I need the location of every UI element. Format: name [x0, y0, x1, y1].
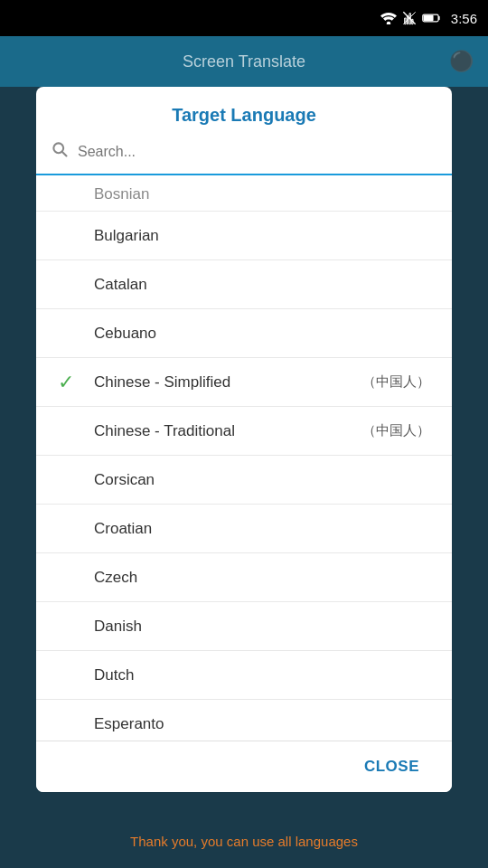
- search-icon: [51, 140, 69, 163]
- list-item[interactable]: Cebuano: [36, 309, 452, 358]
- dialog-overlay: Target Language Bosnian Bulgarian: [0, 0, 488, 868]
- list-item[interactable]: Dutch: [36, 651, 452, 700]
- list-item[interactable]: Chinese - Traditional （中国人）: [36, 407, 452, 456]
- list-item-croatian[interactable]: Croatian: [36, 505, 452, 553]
- dialog-footer: Close: [36, 741, 452, 792]
- list-item[interactable]: Danish: [36, 602, 452, 651]
- list-item[interactable]: Corsican: [36, 456, 452, 505]
- partial-language-item: Bosnian: [36, 175, 452, 212]
- language-list: Bosnian Bulgarian Catalan Cebuano ✓ Chin…: [36, 174, 452, 741]
- selected-checkmark-icon: ✓: [58, 371, 83, 394]
- close-button[interactable]: Close: [353, 752, 430, 781]
- dialog-title: Target Language: [36, 87, 452, 137]
- list-item[interactable]: Bulgarian: [36, 212, 452, 260]
- search-container: [36, 137, 452, 174]
- list-item[interactable]: Catalan: [36, 260, 452, 309]
- language-dialog: Target Language Bosnian Bulgarian: [36, 87, 452, 792]
- search-input[interactable]: [78, 144, 437, 160]
- svg-line-5: [62, 152, 67, 156]
- list-item[interactable]: Esperanto: [36, 700, 452, 741]
- list-item-chinese-simplified[interactable]: ✓ Chinese - Simplified （中国人）: [36, 358, 452, 407]
- list-item[interactable]: Czech: [36, 553, 452, 602]
